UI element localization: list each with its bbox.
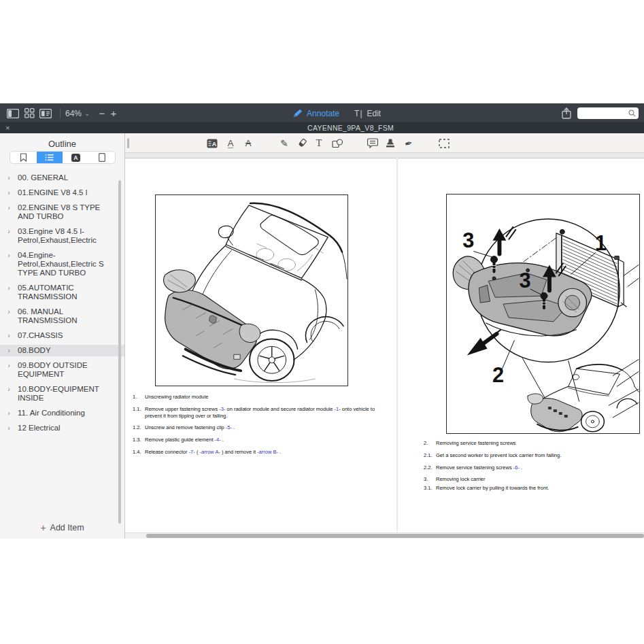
chevron-right-icon[interactable]: › [0, 251, 18, 277]
stamp-tool-button[interactable] [384, 133, 397, 153]
tab-bookmarks[interactable] [10, 152, 37, 163]
text-tool-icon: T [316, 138, 322, 149]
search-input[interactable] [577, 109, 628, 117]
pdf-page-left: 1. Unscrewing radiator module 1.1. Remov… [125, 158, 396, 532]
edit-mode-button[interactable]: T| Edit [354, 109, 381, 118]
eraser-tool-button[interactable] [296, 133, 308, 153]
annotations-icon: A [71, 154, 80, 162]
text-tool-button[interactable]: T [313, 133, 325, 153]
two-page-view-icon [39, 109, 52, 118]
chevron-right-icon[interactable]: › [0, 409, 18, 418]
pages-viewport[interactable]: 1. Unscrewing radiator module 1.1. Remov… [125, 153, 644, 532]
step-3: 3. Removing lock carrier [424, 476, 643, 483]
arrow-reference-link[interactable]: -arrow B- [257, 449, 278, 455]
sidebar-scrollbar[interactable] [118, 180, 121, 524]
outline-item-03-engine-petrol[interactable]: ›03.Engine V8 4.5 l-Petrol,Exhaust,Elect… [0, 226, 124, 246]
annotate-pen-icon [292, 109, 303, 118]
signature-tool-button[interactable]: ✒ [402, 133, 416, 153]
chevron-right-icon[interactable]: › [0, 424, 18, 433]
toolbar-drag-handle[interactable] [127, 138, 129, 148]
underline-text-icon: A [228, 139, 234, 148]
horizontal-scrollbar-thumb[interactable] [146, 534, 644, 538]
share-button[interactable] [560, 103, 573, 123]
instruction-steps-left: 1. Unscrewing radiator module 1.1. Remov… [133, 394, 386, 461]
comment-note-icon [367, 138, 378, 148]
strikethrough-tool-button[interactable]: A [242, 133, 254, 153]
chevron-right-icon[interactable]: › [0, 385, 18, 403]
main-toolbar: 64% ⌄ − + Annotate T| Edit [0, 103, 644, 123]
chevron-right-icon[interactable]: › [0, 361, 18, 379]
document-title: CAYENNE_9PA_V8_FSM [307, 123, 394, 133]
mode-switcher: Annotate T| Edit [292, 103, 381, 123]
signature-pen-icon: ✒ [403, 137, 413, 149]
chevron-right-icon[interactable]: › [0, 173, 18, 182]
chevron-right-icon[interactable]: › [0, 284, 18, 301]
chevron-right-icon[interactable]: › [0, 346, 18, 355]
outline-item-04-engine-petrol-s[interactable]: ›04.Engine-Petrol,Exhaust,Electric S TYP… [0, 250, 124, 279]
highlight-tool-button[interactable]: A [206, 133, 218, 153]
outline-item-07-chassis[interactable]: ›07.CHASSIS [0, 330, 124, 341]
underline-tool-button[interactable]: A [224, 133, 237, 153]
figure-car-overview [155, 194, 348, 386]
chevron-right-icon[interactable]: › [0, 227, 18, 245]
chevron-right-icon[interactable]: › [0, 203, 18, 221]
sidebar: Outline A [0, 133, 125, 539]
note-tool-button[interactable] [366, 133, 379, 153]
eraser-icon [297, 138, 307, 148]
horizontal-scrollbar[interactable] [125, 532, 644, 539]
sidebar-panel-icon [7, 109, 19, 118]
pencil-tool-button[interactable]: ✎ [278, 133, 290, 153]
chevron-right-icon[interactable]: › [0, 331, 18, 340]
part-reference-link[interactable]: -3- [219, 406, 225, 412]
thumbnails-view-button[interactable] [22, 103, 36, 123]
tab-page-thumbnails[interactable] [89, 152, 116, 163]
step-1-2: 1.2. Unscrew and remove fastening clip -… [133, 424, 386, 431]
add-item-label: Add Item [50, 523, 84, 532]
outline-item-00-general[interactable]: ›00. GENERAL [0, 172, 124, 184]
arrow-reference-link[interactable]: -arrow A- [199, 449, 220, 455]
part-reference-link[interactable]: -6- [513, 464, 520, 471]
document-area: A A A ✎ [125, 133, 644, 539]
pencil-icon: ✎ [280, 138, 288, 149]
outline-item-11-air-conditioning[interactable]: ›11. Air Conditioning [0, 407, 124, 419]
pdf-app-window: 64% ⌄ − + Annotate T| Edit [0, 103, 644, 539]
zoom-in-button[interactable]: + [108, 103, 119, 123]
outline-item-01-engine[interactable]: ›01.ENGINE V8 4.5 l [0, 187, 124, 199]
part-reference-link[interactable]: -1- [334, 406, 340, 412]
toolbar-separator [60, 108, 61, 118]
grid-icon [24, 108, 35, 118]
part-reference-link[interactable]: -5- [226, 424, 232, 430]
screenshot-canvas: 64% ⌄ − + Annotate T| Edit [0, 0, 644, 644]
chevron-right-icon[interactable]: › [0, 307, 18, 325]
annotate-mode-button[interactable]: Annotate [292, 109, 339, 118]
callout-1: 1 [595, 231, 607, 255]
zoom-level-dropdown[interactable]: 64% ⌄ [65, 103, 90, 123]
car-line-drawing [156, 195, 348, 386]
reading-view-button[interactable] [39, 103, 52, 123]
outline-item-02-engine-s[interactable]: ›02.ENGINE V8 S TYPE AND TURBO [0, 202, 124, 222]
outline-item-05-automatic-transmission[interactable]: ›05.AUTOMATIC TRANSMISSION [0, 282, 124, 303]
outline-item-09-body-outside[interactable]: ›09.BODY OUTSIDE EQUIPMENT [0, 360, 124, 380]
tab-annotations[interactable]: A [63, 152, 89, 163]
shapes-tool-button[interactable] [331, 133, 344, 153]
outline-item-06-manual-transmission[interactable]: ›06. MANUAL TRANSMISSION [0, 306, 124, 326]
outline-item-12-electrical[interactable]: ›12 Electrical [0, 422, 124, 434]
chevron-right-icon[interactable]: › [0, 188, 18, 197]
tab-outline[interactable] [37, 152, 63, 163]
add-item-button[interactable]: + Add Item [0, 517, 124, 539]
search-field[interactable] [577, 107, 639, 119]
part-reference-link[interactable]: -4- [215, 437, 221, 443]
shapes-icon [332, 139, 343, 148]
close-tab-button[interactable]: × [5, 123, 10, 133]
step-3-1: 3.1. Remove lock carrier by pulling it t… [424, 485, 643, 492]
outline-item-08-body[interactable]: ›08.BODY [0, 345, 124, 356]
outline-item-10-body-inside[interactable]: ›10.BODY-EQUIPMENT INSIDE [0, 384, 124, 404]
callout-3b: 3 [520, 269, 531, 292]
share-icon [562, 107, 571, 119]
zoom-out-button[interactable]: − [97, 103, 107, 123]
selection-tool-button[interactable] [437, 133, 452, 153]
outline-list-icon [45, 154, 54, 161]
part-reference-link[interactable]: -7- [189, 449, 195, 455]
lock-carrier-diagram: 3 1 3 2 [447, 194, 639, 433]
sidebar-toggle-button[interactable] [6, 103, 20, 123]
